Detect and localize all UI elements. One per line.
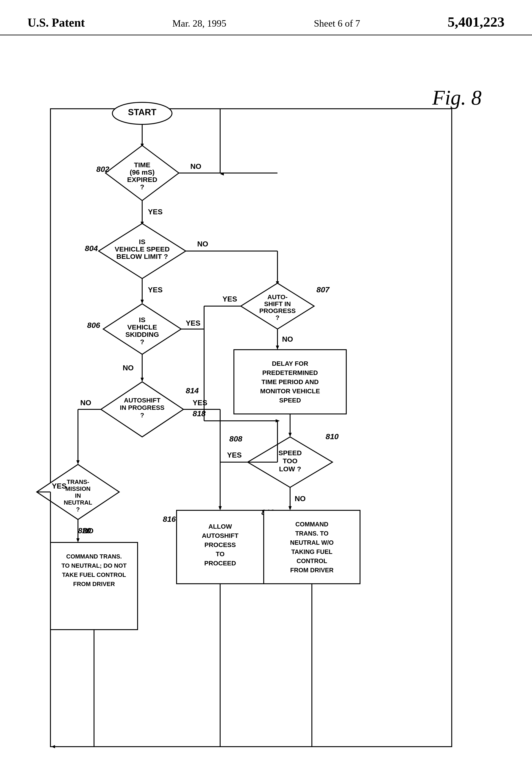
n812-line1: COMMAND bbox=[295, 521, 328, 528]
n814-line2: IN PROGRESS bbox=[120, 404, 164, 411]
main-content: Fig. 8 START TIME (96 mS) EXPIRED ? 802 … bbox=[0, 35, 532, 770]
n810-line3: LOW ? bbox=[279, 465, 301, 473]
svg-marker-18 bbox=[276, 346, 279, 350]
n814-ref: 814 bbox=[186, 386, 199, 395]
n807-line3: PROGRESS bbox=[259, 307, 296, 314]
n808-ref: 808 bbox=[229, 434, 242, 443]
patent-number: 5,401,223 bbox=[448, 14, 504, 30]
n812-line2: TRANS. TO bbox=[295, 530, 328, 537]
n814-line3: ? bbox=[140, 412, 144, 419]
n812-line4: TAKING FUEL bbox=[291, 548, 332, 555]
n810-no: NO bbox=[295, 495, 306, 503]
sheet-info: Sheet 6 of 7 bbox=[314, 18, 360, 29]
patent-date: Mar. 28, 1995 bbox=[172, 18, 226, 29]
n807-line1: AUTO- bbox=[267, 293, 288, 300]
n802-line4: ? bbox=[140, 183, 144, 191]
n818-ref: 818 bbox=[193, 409, 206, 418]
n806-line1: IS bbox=[139, 316, 145, 324]
n820-line1: COMMAND TRANS. bbox=[66, 553, 122, 560]
trans-line1: TRANS- bbox=[67, 478, 89, 485]
n807-line4: ? bbox=[275, 314, 279, 321]
n804-line1: IS bbox=[139, 238, 145, 246]
n814-line1: AUTOSHIFT bbox=[124, 397, 160, 404]
flowchart-container: START TIME (96 mS) EXPIRED ? 802 NO YES bbox=[32, 63, 468, 763]
n802-line2: (96 mS) bbox=[130, 169, 155, 176]
n807-no: NO bbox=[282, 335, 293, 343]
delay-line4: MONITOR VEHICLE bbox=[260, 388, 320, 395]
n807-yes: YES bbox=[222, 295, 237, 303]
trans-no: NO bbox=[82, 527, 93, 535]
n802-line1: TIME bbox=[134, 161, 150, 169]
n816-line1: ALLOW bbox=[208, 523, 232, 530]
n814-yes: YES bbox=[193, 399, 207, 407]
delay-line5: SPEED bbox=[279, 397, 301, 404]
n807-ref: 807 bbox=[316, 285, 330, 294]
trans-line2: MISSION bbox=[65, 485, 90, 492]
delay-line1: DELAY FOR bbox=[272, 360, 308, 367]
n806-line2: VEHICLE bbox=[127, 323, 157, 331]
patent-office: U.S. Patent bbox=[28, 16, 85, 29]
n810-line1: SPEED bbox=[278, 449, 302, 457]
n816-line3: PROCESS bbox=[204, 541, 236, 548]
n812-line5: CONTROL bbox=[297, 558, 327, 565]
delay-line2: PREDETERMINED bbox=[262, 369, 318, 376]
n810-line2: TOO bbox=[283, 457, 297, 465]
svg-marker-33 bbox=[289, 506, 292, 510]
n806-yes: YES bbox=[186, 319, 200, 327]
svg-rect-0 bbox=[50, 109, 452, 747]
n802-ref: 802 bbox=[96, 165, 109, 174]
page-header: U.S. Patent Mar. 28, 1995 Sheet 6 of 7 5… bbox=[0, 0, 532, 35]
n816-line2: AUTOSHIFT bbox=[202, 532, 238, 539]
trans-line5: ? bbox=[76, 506, 80, 513]
flowchart-svg: START TIME (96 mS) EXPIRED ? 802 NO YES bbox=[32, 63, 468, 763]
n804-line2: VEHICLE SPEED bbox=[115, 245, 170, 253]
svg-marker-46 bbox=[76, 538, 80, 542]
trans-yes-label: YES bbox=[52, 482, 67, 490]
n804-yes: YES bbox=[148, 286, 162, 294]
n802-no: NO bbox=[190, 162, 201, 171]
n802-line3: EXPIRED bbox=[127, 176, 157, 183]
n806-ref: 806 bbox=[87, 321, 101, 329]
n820-line2: TO NEUTRAL; DO NOT bbox=[62, 562, 126, 569]
n802-yes: YES bbox=[148, 208, 162, 216]
trans-line3: IN bbox=[75, 492, 81, 499]
svg-marker-26 bbox=[141, 378, 144, 382]
n810-ref: 810 bbox=[326, 432, 339, 441]
svg-marker-14 bbox=[141, 300, 144, 304]
n816-line4: TO bbox=[216, 550, 225, 558]
delay-line3: TIME PERIOD AND bbox=[261, 378, 318, 386]
n820-line3: TAKE FUEL CONTROL bbox=[62, 571, 126, 578]
start-label: START bbox=[128, 107, 156, 117]
n820-line4: FROM DRIVER bbox=[73, 580, 115, 588]
n806-line3: SKIDDING bbox=[125, 331, 159, 338]
svg-marker-29 bbox=[289, 433, 292, 437]
svg-marker-40 bbox=[219, 506, 222, 510]
n816-ref: 816 bbox=[163, 515, 176, 523]
n806-no: NO bbox=[123, 364, 134, 372]
n814-no: NO bbox=[80, 399, 91, 407]
n812-line3: NEUTRAL W/O bbox=[290, 539, 334, 546]
svg-marker-56 bbox=[51, 745, 55, 748]
n812-line6: FROM DRIVER bbox=[290, 567, 334, 574]
n816-line5: PROCEED bbox=[204, 560, 236, 567]
svg-marker-37 bbox=[76, 460, 80, 464]
n804-ref: 804 bbox=[85, 244, 98, 253]
n804-line3: BELOW LIMIT ? bbox=[116, 253, 168, 260]
n807-line2: SHIFT IN bbox=[264, 300, 291, 308]
n806-line4: ? bbox=[140, 338, 144, 346]
n810-yes: YES bbox=[227, 451, 242, 459]
trans-line4: NEUTRAL bbox=[64, 499, 92, 506]
n804-no: NO bbox=[197, 240, 208, 248]
